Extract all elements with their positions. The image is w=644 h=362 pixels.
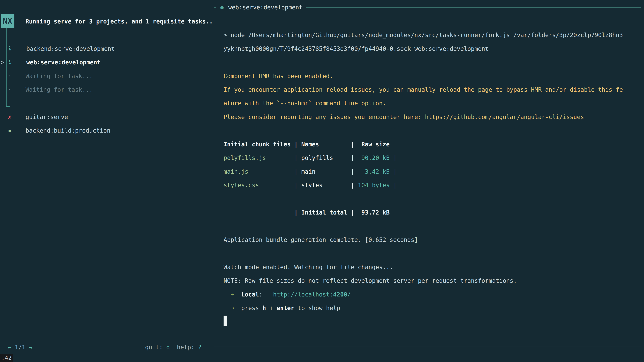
selected-chevron-icon: > bbox=[1, 59, 4, 66]
terminal-panel-title-text: web:serve:development bbox=[228, 4, 302, 11]
hmr-notice-line-2: ature with the `--no-hmr` command line o… bbox=[224, 96, 386, 110]
task-row-waiting-2[interactable]: · Waiting for task... bbox=[1, 83, 93, 96]
page-prev-icon[interactable]: ← bbox=[8, 344, 11, 351]
help-key: ? bbox=[198, 344, 202, 351]
watch-mode-line: Watch mode enabled. Watching for file ch… bbox=[224, 260, 393, 274]
chunk-table-row-main: main.js | main | 3.42 kB | bbox=[224, 165, 397, 178]
bundle-complete-line: Application bundle generation complete. … bbox=[224, 233, 418, 247]
hmr-notice-line-1: If you encounter application reload issu… bbox=[224, 83, 623, 96]
quit-key: q bbox=[166, 344, 170, 351]
nx-logo: NX bbox=[1, 14, 14, 28]
task-row-guitar-serve[interactable]: ✗ guitar:serve bbox=[1, 110, 68, 124]
keyboard-hints: quit: q help: ? bbox=[145, 340, 202, 354]
overlay-badge: .42 bbox=[0, 354, 13, 362]
page-indicator: 1/1 bbox=[15, 344, 25, 351]
spinner-icon: ⠧ bbox=[8, 45, 12, 52]
help-hint-line: ➜ press h + enter to show help bbox=[224, 301, 340, 315]
chunk-table-header: Initial chunk files | Names | Raw size bbox=[224, 137, 390, 151]
task-row-waiting-1[interactable]: · Waiting for task... bbox=[1, 69, 93, 83]
note-line: NOTE: Raw file sizes do not reflect deve… bbox=[224, 274, 517, 288]
success-square-icon: ▪ bbox=[8, 127, 12, 134]
task-row-backend-serve-development[interactable]: ⠧ backend:serve:development bbox=[1, 42, 115, 56]
arrow-icon: ➜ bbox=[230, 291, 234, 298]
command-line-2: yyknnbtgh0000gn/T/9f4c243785f8453e3f00/f… bbox=[224, 42, 488, 56]
chunk-table-row-polyfills: polyfills.js | polyfills | 90.20 kB | bbox=[224, 151, 397, 165]
task-row-backend-build-production[interactable]: ▪ backend:build:production bbox=[1, 124, 110, 137]
pending-dot-icon: · bbox=[8, 86, 12, 93]
arrow-icon: ➜ bbox=[230, 305, 234, 311]
pending-dot-icon: · bbox=[8, 73, 12, 79]
terminal-cursor bbox=[224, 316, 228, 326]
command-line-1: > node /Users/mhartington/Github/guitars… bbox=[224, 28, 623, 42]
sidebar-title: Running serve for 3 projects, and 1 requ… bbox=[26, 14, 213, 28]
hmr-enabled-line: Component HMR has been enabled. bbox=[224, 69, 333, 83]
page-next-icon[interactable]: → bbox=[29, 344, 32, 351]
task-tree-line-corner bbox=[6, 106, 10, 107]
pagination[interactable]: ← 1/1 → bbox=[8, 340, 32, 354]
initial-total-row: | Initial total | 93.72 kB bbox=[224, 206, 390, 219]
hmr-report-line: Please consider reporting any issues you… bbox=[224, 110, 584, 124]
failed-cross-icon: ✗ bbox=[8, 114, 12, 120]
localhost-link[interactable]: http://localhost: bbox=[273, 291, 333, 298]
running-dot-icon: ● bbox=[220, 4, 224, 10]
localhost-port[interactable]: 4200 bbox=[333, 291, 347, 298]
chunk-table-row-styles: styles.css | styles | 104 bytes | bbox=[224, 178, 397, 192]
spinner-icon: ⠧ bbox=[8, 59, 12, 66]
local-url-line: ➜ Local: http://localhost:4200/ bbox=[224, 288, 351, 301]
task-row-web-serve-development[interactable]: > ⠧ web:serve:development bbox=[1, 55, 100, 69]
terminal-panel-title: ● web:serve:development bbox=[216, 3, 306, 12]
